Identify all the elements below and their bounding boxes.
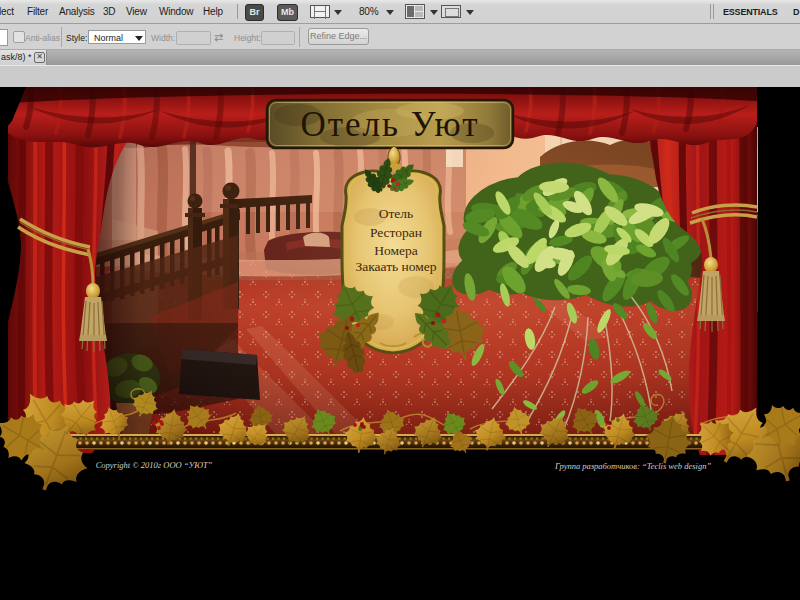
svg-text:Закаать номер: Закаать номер (355, 259, 436, 274)
svg-text:Группа разработчиков: “Teclis: Группа разработчиков: “Teclis web design… (554, 461, 711, 471)
svg-text:Номера: Номера (374, 243, 418, 258)
svg-text:Copyright © 2010г OOO “УЮТ”: Copyright © 2010г OOO “УЮТ” (96, 460, 213, 470)
svg-text:Отель Уют: Отель Уют (301, 105, 480, 144)
svg-text:Ресторан: Ресторан (370, 225, 422, 240)
svg-text:Отель: Отель (379, 206, 414, 221)
